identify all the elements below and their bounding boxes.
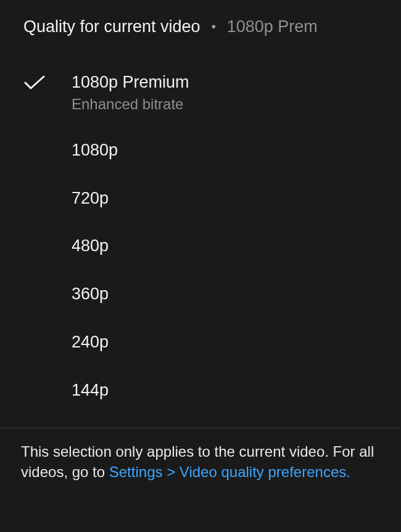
quality-option-240p[interactable]: 240p: [0, 318, 401, 367]
quality-option-1080p[interactable]: 1080p: [0, 127, 401, 175]
quality-option-144p[interactable]: 144p: [0, 367, 401, 415]
option-label: 360p: [72, 284, 378, 305]
quality-option-1080p-premium[interactable]: 1080p Premium Enhanced bitrate: [0, 59, 401, 127]
quality-options-list: 1080p Premium Enhanced bitrate 1080p 720…: [0, 55, 401, 423]
quality-option-360p[interactable]: 360p: [0, 270, 401, 318]
option-label: 480p: [72, 236, 378, 257]
footer-note: This selection only applies to the curre…: [0, 428, 401, 499]
header-title: Quality for current video: [23, 17, 200, 36]
option-label: 144p: [72, 380, 378, 401]
option-label: 1080p Premium: [72, 72, 378, 93]
settings-video-quality-link[interactable]: Settings > Video quality preferences.: [109, 463, 350, 480]
option-label: 240p: [72, 332, 378, 353]
quality-option-720p[interactable]: 720p: [0, 175, 401, 223]
quality-header: Quality for current video • 1080p Prem: [0, 0, 401, 55]
header-current-quality: 1080p Prem: [227, 17, 318, 36]
quality-option-480p[interactable]: 480p: [0, 222, 401, 270]
option-sublabel: Enhanced bitrate: [72, 96, 378, 113]
option-label: 1080p: [72, 140, 378, 161]
separator-dot: •: [212, 20, 216, 34]
option-label: 720p: [72, 188, 378, 209]
checkmark-icon: [23, 75, 72, 91]
